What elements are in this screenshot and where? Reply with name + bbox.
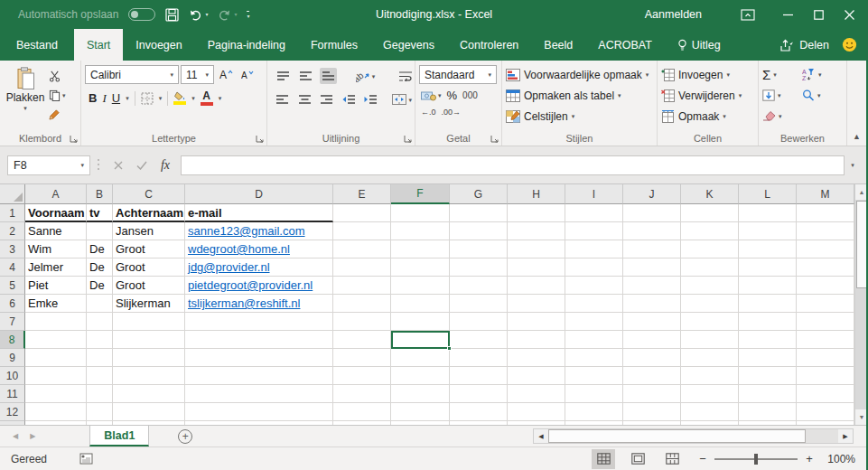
- cell-B9[interactable]: [87, 349, 113, 367]
- row-header-2[interactable]: 2: [0, 222, 25, 240]
- column-header-B[interactable]: B: [87, 184, 113, 204]
- cell-H5[interactable]: [508, 277, 565, 295]
- tab-controleren[interactable]: Controleren: [447, 29, 531, 61]
- cell-B7[interactable]: [87, 313, 113, 331]
- fill-color-button[interactable]: [173, 91, 186, 105]
- cell-D2[interactable]: sanne123@gmail.com: [185, 222, 333, 240]
- cell-I1[interactable]: [565, 204, 623, 222]
- cell-F11[interactable]: [391, 385, 450, 403]
- cell-C8[interactable]: [113, 331, 185, 349]
- cell-H7[interactable]: [508, 313, 565, 331]
- cell-I11[interactable]: [565, 385, 623, 403]
- cell-F4[interactable]: [391, 258, 450, 277]
- zoom-level[interactable]: 100%: [825, 453, 855, 465]
- cell-D9[interactable]: [185, 349, 333, 367]
- cell-A12[interactable]: [25, 403, 87, 421]
- cell-E9[interactable]: [333, 349, 391, 367]
- cell-F2[interactable]: [391, 222, 450, 240]
- sheet-nav-prev-button[interactable]: ◀: [13, 432, 18, 440]
- row-header-10[interactable]: 10: [0, 367, 25, 385]
- cell-C2[interactable]: Jansen: [113, 222, 185, 240]
- cell-A9[interactable]: [25, 349, 87, 367]
- cell-I3[interactable]: [565, 240, 623, 258]
- cell-M11[interactable]: [797, 385, 854, 403]
- cell-A3[interactable]: Wim: [25, 240, 87, 258]
- merge-center-button[interactable]: ▾: [392, 94, 412, 105]
- cell-C5[interactable]: Groot: [113, 277, 185, 295]
- signin-button[interactable]: Aanmelden: [645, 8, 702, 21]
- cell-B8[interactable]: [87, 331, 113, 349]
- decrease-indent-button[interactable]: [341, 91, 356, 108]
- row-header-4[interactable]: 4: [0, 258, 25, 277]
- cell-A1[interactable]: Voornaam: [25, 204, 87, 222]
- cell-H4[interactable]: [508, 258, 565, 277]
- cell-K5[interactable]: [681, 277, 739, 295]
- cell-C4[interactable]: Groot: [113, 258, 185, 277]
- feedback-smiley-button[interactable]: [842, 37, 857, 52]
- horizontal-scroll-thumb[interactable]: [548, 429, 806, 443]
- cell-J4[interactable]: [623, 258, 681, 277]
- horizontal-scrollbar[interactable]: ◀ ▶: [533, 428, 854, 444]
- borders-button[interactable]: [141, 92, 154, 105]
- cell-M7[interactable]: [797, 313, 854, 331]
- cell-I8[interactable]: [565, 331, 623, 349]
- tab-bestand[interactable]: Bestand: [0, 29, 74, 61]
- tab-pagina-indeling[interactable]: Pagina-indeling: [195, 29, 298, 61]
- find-select-button[interactable]: ▾: [802, 86, 842, 104]
- cell-J7[interactable]: [623, 313, 681, 331]
- undo-button[interactable]: ▾: [189, 9, 208, 21]
- cell-M12[interactable]: [797, 403, 854, 421]
- page-layout-view-button[interactable]: [626, 449, 649, 469]
- underline-button[interactable]: U: [112, 91, 120, 105]
- cell-F6[interactable]: [391, 295, 450, 313]
- cell-F5[interactable]: [391, 277, 450, 295]
- copy-button[interactable]: ▾: [49, 88, 66, 103]
- formula-bar-expand-button[interactable]: ▾: [845, 162, 861, 168]
- new-sheet-button[interactable]: +: [178, 429, 192, 444]
- zoom-in-button[interactable]: +: [805, 452, 814, 465]
- cell-E1[interactable]: [333, 204, 391, 222]
- maximize-button[interactable]: [803, 0, 834, 29]
- cell-A4[interactable]: Jelmer: [25, 258, 87, 277]
- cell-J10[interactable]: [623, 367, 681, 385]
- cell-C1[interactable]: Achternaam: [113, 204, 185, 222]
- cell-K8[interactable]: [681, 331, 739, 349]
- merge-dropdown-icon[interactable]: ▾: [408, 97, 412, 103]
- column-header-I[interactable]: I: [565, 184, 623, 204]
- cell-K10[interactable]: [681, 367, 739, 385]
- cell-F3[interactable]: [391, 240, 450, 258]
- cell-H1[interactable]: [508, 204, 565, 222]
- cell-H6[interactable]: [508, 295, 565, 313]
- column-header-K[interactable]: K: [681, 184, 739, 204]
- cell-C12[interactable]: [113, 403, 185, 421]
- cell-C7[interactable]: [113, 313, 185, 331]
- column-header-M[interactable]: M: [797, 184, 854, 204]
- cell-K7[interactable]: [681, 313, 739, 331]
- cell-M4[interactable]: [797, 258, 854, 277]
- cell-M9[interactable]: [797, 349, 854, 367]
- cell-L4[interactable]: [739, 258, 797, 277]
- cell-H9[interactable]: [508, 349, 565, 367]
- cell-M10[interactable]: [797, 367, 854, 385]
- insert-function-button[interactable]: fx: [154, 155, 177, 175]
- cell-L6[interactable]: [739, 295, 797, 313]
- cell-J3[interactable]: [623, 240, 681, 258]
- cell-F10[interactable]: [391, 367, 450, 385]
- cell-I12[interactable]: [565, 403, 623, 421]
- cell-G5[interactable]: [450, 277, 508, 295]
- cell-K3[interactable]: [681, 240, 739, 258]
- clear-button[interactable]: ▾: [762, 107, 802, 125]
- cell-D8[interactable]: [185, 331, 333, 349]
- row-header-5[interactable]: 5: [0, 277, 25, 295]
- formula-input[interactable]: [181, 155, 845, 175]
- grow-font-button[interactable]: A: [216, 66, 236, 84]
- cell-K9[interactable]: [681, 349, 739, 367]
- cell-H2[interactable]: [508, 222, 565, 240]
- clipboard-dialog-launcher[interactable]: [70, 135, 78, 143]
- cell-G10[interactable]: [450, 367, 508, 385]
- tab-invoegen[interactable]: Invoegen: [123, 29, 194, 61]
- cell-E12[interactable]: [333, 403, 391, 421]
- decrease-decimal-button[interactable]: .00→: [442, 108, 462, 117]
- cell-B1[interactable]: tv: [87, 204, 113, 222]
- enter-button[interactable]: [130, 155, 154, 175]
